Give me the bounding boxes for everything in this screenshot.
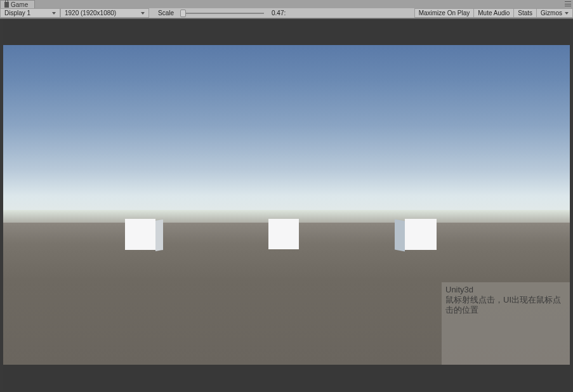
game-render-area[interactable]: Unity3d 鼠标射线点击，UI出现在鼠标点击的位置 (3, 45, 570, 365)
maximize-on-play-toggle[interactable]: Maximize On Play (414, 8, 475, 18)
panel-menu-icon[interactable] (565, 1, 571, 6)
chevron-down-icon (141, 12, 145, 15)
cube-center (268, 219, 309, 252)
scale-label: Scale (154, 8, 178, 18)
letterbox-bottom (3, 365, 570, 391)
tab-bar: Game (0, 0, 573, 8)
stats-toggle[interactable]: Stats (514, 8, 537, 18)
gizmos-label: Gizmos (541, 10, 562, 16)
sky (3, 45, 570, 223)
display-dropdown[interactable]: Display 1 (0, 8, 60, 18)
chevron-down-icon (565, 12, 569, 15)
tab-title: Game (11, 1, 28, 8)
mute-audio-toggle[interactable]: Mute Audio (474, 8, 514, 18)
gizmos-dropdown[interactable]: Gizmos (537, 8, 573, 18)
letterbox-top (3, 19, 570, 45)
scale-value: 0.47: (267, 8, 305, 18)
slider-track (180, 13, 264, 14)
cube-left (125, 219, 166, 252)
chevron-down-icon (52, 12, 56, 15)
resolution-dropdown[interactable]: 1920 (1920x1080) (60, 8, 149, 18)
cube-right (395, 219, 435, 252)
slider-thumb[interactable] (180, 10, 186, 17)
info-overlay: Unity3d 鼠标射线点击，UI出现在鼠标点击的位置 (442, 282, 570, 365)
lock-icon (4, 2, 9, 8)
scale-slider[interactable] (178, 8, 267, 18)
game-toolbar: Display 1 1920 (1920x1080) Scale 0.47: M… (0, 8, 573, 18)
overlay-line1: Unity3d (445, 285, 566, 295)
game-tab[interactable]: Game (0, 0, 35, 8)
toolbar-right: Maximize On Play Mute Audio Stats Gizmos (414, 8, 573, 18)
display-label: Display 1 (4, 10, 30, 16)
overlay-line2: 鼠标射线点击，UI出现在鼠标点击的位置 (445, 295, 566, 315)
game-viewport: Unity3d 鼠标射线点击，UI出现在鼠标点击的位置 (0, 18, 573, 392)
resolution-label: 1920 (1920x1080) (65, 10, 116, 16)
